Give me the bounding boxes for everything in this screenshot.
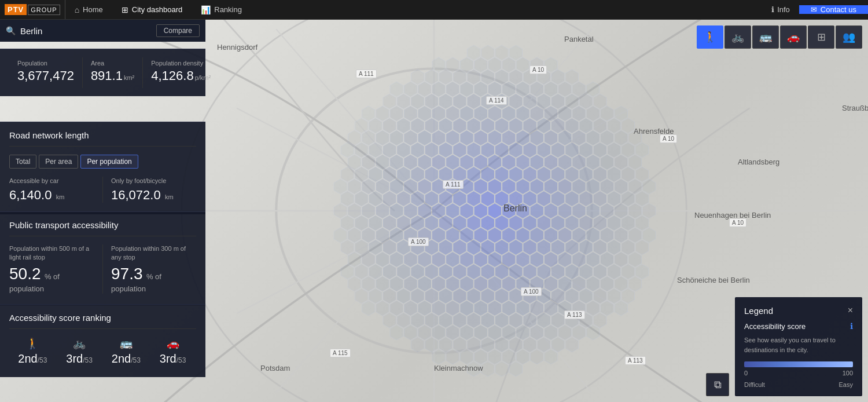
density-cell: Population density 4,126.8p/km² — [143, 57, 219, 88]
population-cell: Population 3,677,472 — [9, 57, 83, 88]
layers-button[interactable]: ⧉ — [706, 373, 729, 396]
legend-item-accessibility: Accessibility score ℹ — [744, 321, 853, 331]
mail-icon: ✉ — [811, 5, 817, 14]
legend-panel: Legend × Accessibility score ℹ See how e… — [735, 297, 862, 396]
area-cell: Area 891.1km² — [83, 57, 143, 88]
any-stop-label: Population within 300 m of any stop — [111, 244, 196, 262]
logo-group: GROUP — [28, 5, 60, 15]
legend-range-max: 100 — [843, 370, 853, 377]
ranking-car: 🚗 3rd/53 — [149, 337, 196, 366]
population-value: 3,677,472 — [17, 68, 74, 83]
walk-icon: 🚶 — [26, 337, 39, 350]
legend-item-label: Accessibility score — [744, 322, 806, 331]
nav-info[interactable]: ℹ Info — [762, 5, 799, 14]
transport-icons-bar: 🚶 🚲 🚌 🚗 ⊞ 👥 — [697, 25, 862, 49]
nav-ranking[interactable]: 📊 Ranking — [192, 0, 251, 19]
ranking-divider — [9, 328, 196, 329]
any-stop-value-wrap: 97.3 % of population — [111, 265, 196, 294]
transport-bike-btn[interactable]: 🚲 — [724, 25, 751, 49]
car-stat-value: 6,140.0 km — [9, 188, 94, 203]
foot-stat-label: Only by foot/bicycle — [111, 177, 196, 185]
road-network-card: Road network length Total Per area Per p… — [0, 122, 205, 214]
legend-label-difficult: Difficult — [744, 381, 765, 388]
tab-total[interactable]: Total — [9, 155, 36, 169]
stats-row: Population 3,677,472 Area 891.1km² Popul… — [9, 57, 196, 88]
logo-area: PTV GROUP — [0, 0, 65, 19]
tab-per-population[interactable]: Per population — [80, 155, 138, 169]
legend-title: Legend — [744, 306, 773, 316]
car-icon: 🚗 — [167, 337, 179, 350]
legend-description: See how easily you can travel to destina… — [744, 335, 853, 355]
transport-all-btn[interactable]: ⊞ — [808, 25, 834, 49]
legend-gradient-bar — [744, 361, 853, 367]
ranking-bike-value: 3rd/53 — [66, 352, 93, 366]
population-label: Population — [17, 60, 74, 67]
legend-label-easy: Easy — [839, 381, 853, 388]
foot-stat: Only by foot/bicycle 16,072.0 km — [103, 177, 196, 203]
car-stat: Accessible by car 6,140.0 km — [9, 177, 103, 203]
nav-city-dashboard[interactable]: ⊞ City dashboard — [112, 0, 192, 19]
bike-icon: 🚲 — [73, 337, 86, 350]
road-tabs: Total Per area Per population — [9, 155, 196, 169]
ranking-transit-value: 2nd/53 — [112, 352, 141, 366]
ranking-title: Accessibility score ranking — [9, 313, 196, 323]
city-stats-card: Population 3,677,472 Area 891.1km² Popul… — [0, 49, 205, 96]
transport-stats: Population within 500 m of a light rail … — [9, 244, 196, 294]
ranking-bike: 🚲 3rd/53 — [56, 337, 103, 366]
info-icon: ℹ — [771, 5, 774, 14]
density-value: 4,126.8p/km² — [151, 68, 211, 83]
home-icon: ⌂ — [75, 5, 79, 14]
search-icon: 🔍 — [6, 26, 16, 35]
road-network-title: Road network length — [9, 130, 196, 140]
ranking-car-value: 3rd/53 — [160, 352, 186, 366]
search-bar: 🔍 Compare — [0, 20, 205, 42]
legend-info-icon: ℹ — [850, 321, 853, 331]
any-stop-stat: Population within 300 m of any stop 97.3… — [103, 244, 196, 294]
transport-people-btn[interactable]: 👥 — [836, 25, 862, 49]
transit-icon: 🚌 — [120, 337, 133, 350]
legend-range: 0 100 — [744, 370, 853, 377]
area-label: Area — [91, 60, 134, 67]
light-rail-label: Population within 500 m of a light rail … — [9, 244, 94, 262]
road-stats: Accessible by car 6,140.0 km Only by foo… — [9, 177, 196, 203]
nav-home[interactable]: ⌂ Home — [65, 0, 112, 19]
ranking-walk: 🚶 2nd/53 — [9, 337, 56, 366]
tab-per-area[interactable]: Per area — [39, 155, 78, 169]
logo-ptv: PTV — [5, 4, 27, 15]
ranking-items: 🚶 2nd/53 🚲 3rd/53 🚌 2nd/53 🚗 3rd/53 — [9, 337, 196, 366]
compare-button[interactable]: Compare — [156, 24, 200, 37]
public-transport-card: Public transport accessibility Populatio… — [0, 211, 205, 305]
ranking-transit: 🚌 2nd/53 — [103, 337, 150, 366]
legend-labels: Difficult Easy — [744, 381, 853, 388]
legend-close-button[interactable]: × — [848, 305, 853, 316]
nav-contact[interactable]: ✉ Contact us — [799, 5, 868, 14]
transport-walk-btn[interactable]: 🚶 — [697, 25, 723, 49]
transport-title: Public transport accessibility — [9, 220, 196, 230]
car-stat-label: Accessible by car — [9, 177, 94, 185]
ranking-card: Accessibility score ranking 🚶 2nd/53 🚲 3… — [0, 304, 205, 377]
ranking-walk-value: 2nd/53 — [18, 352, 47, 366]
transport-car-btn[interactable]: 🚗 — [780, 25, 807, 49]
layers-icon: ⧉ — [714, 379, 722, 391]
ranking-icon: 📊 — [201, 5, 211, 14]
foot-stat-value: 16,072.0 km — [111, 188, 196, 203]
legend-header: Legend × — [744, 305, 853, 316]
transport-transit-btn[interactable]: 🚌 — [752, 25, 779, 49]
road-divider — [9, 146, 196, 147]
area-value: 891.1km² — [91, 68, 134, 83]
search-input[interactable] — [20, 26, 156, 36]
density-label: Population density — [151, 60, 211, 67]
transport-divider — [9, 236, 196, 236]
legend-range-min: 0 — [744, 370, 748, 377]
light-rail-stat: Population within 500 m of a light rail … — [9, 244, 103, 294]
navbar: PTV GROUP ⌂ Home ⊞ City dashboard 📊 Rank… — [0, 0, 868, 20]
dashboard-icon: ⊞ — [122, 5, 128, 14]
light-rail-value-wrap: 50.2 % of population — [9, 265, 94, 294]
nav-right: ℹ Info ✉ Contact us — [762, 5, 868, 14]
